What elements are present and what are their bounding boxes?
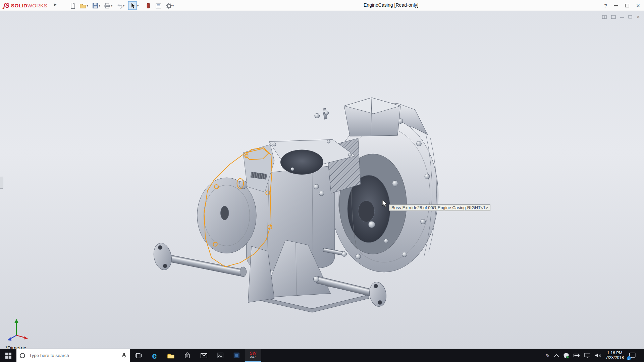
solidworks-window: ʃS SOLIDWORKS ▶ ▾ ▾ ▾ ▾ bbox=[0, 0, 644, 362]
defender-tray-icon[interactable] bbox=[563, 352, 569, 358]
search-input[interactable] bbox=[28, 353, 118, 358]
select-cursor-icon bbox=[129, 2, 136, 9]
windows-logo-icon bbox=[5, 352, 11, 358]
view-orientation-label: *Dimetric bbox=[5, 345, 26, 349]
edge-icon: e bbox=[152, 351, 157, 360]
properties-sheet-icon bbox=[155, 2, 162, 9]
notification-count-badge: 3 bbox=[627, 356, 631, 360]
battery-tray-icon[interactable] bbox=[573, 353, 580, 358]
feature-tooltip: Boss-Extrude28 of 00G-Engine Casing-RIGH… bbox=[389, 204, 491, 211]
print-dropdown-arrow-icon[interactable]: ▾ bbox=[111, 4, 112, 7]
doc-close-button[interactable]: × bbox=[637, 14, 640, 20]
mail-icon bbox=[200, 353, 207, 358]
new-document-icon bbox=[69, 2, 76, 9]
triad-z-axis-icon bbox=[7, 338, 11, 341]
title-bar: ʃS SOLIDWORKS ▶ ▾ ▾ ▾ ▾ bbox=[0, 0, 644, 11]
chevron-up-icon bbox=[554, 354, 559, 357]
document-title: EngineCasing [Read-only] bbox=[364, 2, 419, 7]
taskbar-app-file-explorer[interactable] bbox=[163, 349, 179, 362]
blue-app-icon bbox=[233, 352, 240, 359]
options-button[interactable]: ▾ bbox=[165, 1, 174, 10]
triad-y-axis-icon bbox=[14, 319, 18, 323]
feature-tree-collapsed-tab[interactable] bbox=[0, 177, 3, 189]
print-icon bbox=[104, 2, 111, 9]
options-gear-icon bbox=[165, 2, 172, 9]
minimize-button[interactable] bbox=[614, 5, 618, 6]
pane-icon[interactable] bbox=[611, 15, 615, 19]
taskbar-app-blue[interactable] bbox=[228, 349, 245, 362]
taskbar-search-box[interactable] bbox=[16, 349, 130, 362]
open-button[interactable]: ▾ bbox=[79, 1, 89, 10]
solidworks-taskbar-icon: SW bbox=[250, 352, 256, 356]
taskbar-app-mail[interactable] bbox=[196, 349, 212, 362]
volume-tray-icon[interactable] bbox=[594, 353, 601, 358]
shield-icon bbox=[563, 352, 569, 358]
taskbar-clock[interactable]: 1:16 PM 7/23/2018 bbox=[606, 350, 624, 361]
volume-muted-icon bbox=[594, 353, 601, 358]
cortana-icon bbox=[20, 353, 25, 358]
toolbar-flyout-arrow-icon[interactable]: ▶ bbox=[54, 2, 56, 6]
task-view-button[interactable] bbox=[130, 349, 146, 362]
window-controls: ? × bbox=[604, 0, 640, 11]
close-button[interactable]: × bbox=[636, 2, 640, 8]
triad-x-axis-icon bbox=[24, 336, 28, 340]
solidworks-icon-year: 2017 bbox=[250, 356, 256, 359]
maximize-button[interactable] bbox=[625, 4, 629, 7]
select-tool-active-box bbox=[128, 1, 137, 10]
new-document-button[interactable] bbox=[69, 1, 76, 10]
taskbar-app-command-prompt[interactable] bbox=[212, 349, 228, 362]
taskbar-app-solidworks-active[interactable]: SW 2017 bbox=[245, 349, 261, 362]
mouse-cursor-icon bbox=[382, 200, 389, 207]
windows-taskbar: e bbox=[0, 349, 644, 362]
logo-text-light: WORKS bbox=[27, 3, 47, 9]
network-icon bbox=[584, 353, 591, 358]
tray-chevron-up[interactable] bbox=[554, 354, 559, 357]
document-window-controls: × bbox=[602, 14, 640, 20]
battery-icon bbox=[573, 353, 580, 358]
clock-date: 7/23/2018 bbox=[606, 355, 624, 360]
save-icon bbox=[92, 2, 99, 9]
open-folder-icon bbox=[80, 2, 87, 9]
clock-time: 1:16 PM bbox=[606, 350, 624, 355]
help-button[interactable]: ? bbox=[604, 3, 607, 8]
doc-restore-button[interactable] bbox=[628, 15, 632, 18]
microphone-icon[interactable] bbox=[121, 352, 126, 358]
save-button[interactable]: ▾ bbox=[91, 1, 101, 10]
undo-dropdown-arrow-icon[interactable]: ▾ bbox=[123, 4, 124, 7]
file-explorer-icon bbox=[167, 352, 174, 358]
select-tool-button[interactable]: ▾ bbox=[128, 1, 139, 10]
quick-access-toolbar: ▾ ▾ ▾ ▾ ▾ bbox=[69, 0, 174, 11]
solidworks-logo: ʃS SOLIDWORKS bbox=[3, 2, 47, 9]
properties-button[interactable] bbox=[155, 1, 162, 10]
open-dropdown-arrow-icon[interactable]: ▾ bbox=[87, 4, 88, 7]
select-dropdown-arrow-icon[interactable]: ▾ bbox=[137, 4, 139, 7]
store-icon bbox=[184, 352, 191, 359]
ds-logo-icon: ʃS bbox=[3, 2, 9, 9]
command-prompt-icon bbox=[217, 353, 224, 358]
task-view-icon bbox=[135, 352, 142, 358]
doc-minimize-button[interactable] bbox=[620, 16, 624, 17]
start-button[interactable] bbox=[0, 349, 16, 362]
engine-casing-model[interactable] bbox=[0, 11, 644, 349]
ink-workspace-icon[interactable]: ✎ bbox=[545, 352, 550, 358]
undo-icon bbox=[116, 2, 123, 9]
logo-text-bold: SOLID bbox=[11, 3, 28, 9]
print-button[interactable]: ▾ bbox=[104, 1, 113, 10]
save-dropdown-arrow-icon[interactable]: ▾ bbox=[99, 4, 100, 7]
taskbar-app-store[interactable] bbox=[179, 349, 196, 362]
reference-triad[interactable] bbox=[5, 316, 30, 342]
options-dropdown-arrow-icon[interactable]: ▾ bbox=[172, 4, 174, 7]
addin-icon bbox=[145, 2, 152, 9]
network-tray-icon[interactable] bbox=[584, 353, 591, 358]
graphics-viewport[interactable]: × Boss-Extrude28 of 00G-Engine Casing-RI… bbox=[0, 11, 644, 349]
split-pane-icon[interactable] bbox=[602, 15, 606, 19]
undo-button[interactable]: ▾ bbox=[116, 1, 125, 10]
taskbar-app-edge[interactable]: e bbox=[146, 349, 163, 362]
addin-button[interactable] bbox=[145, 1, 152, 10]
system-tray: ✎ bbox=[545, 349, 644, 362]
action-center-button[interactable]: 3 bbox=[628, 351, 636, 359]
